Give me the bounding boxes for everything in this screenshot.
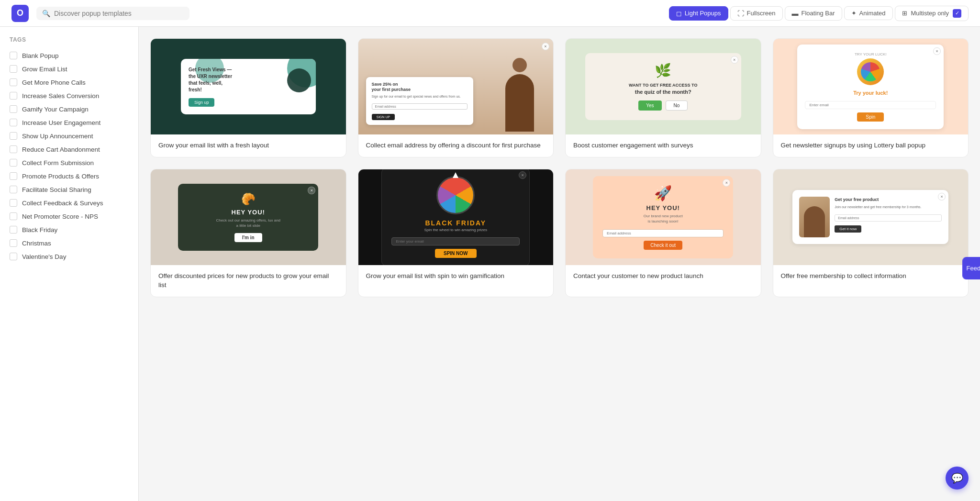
tag-label-blank-popup: Blank Popup (22, 52, 59, 59)
sidebar-tag-increase-user[interactable]: Increase User Engagement (8, 116, 131, 129)
tag-label-black-friday: Black Friday (22, 226, 57, 234)
chat-bubble[interactable]: 💬 (946, 467, 969, 490)
tag-label-promote-products: Promote Products & Offers (22, 173, 99, 180)
tag-checkbox-collect-feedback (10, 199, 17, 207)
feedback-tab[interactable]: Feedback (962, 257, 980, 279)
sidebar: Tags Blank Popup Grow Email List Get Mor… (0, 27, 139, 501)
animated-button[interactable]: ✦ Animated (844, 6, 893, 20)
tag-checkbox-valentines-day (10, 253, 17, 260)
sidebar-tag-valentines-day[interactable]: Valentine's Day (8, 250, 131, 263)
tag-label-increase-user: Increase User Engagement (22, 119, 100, 126)
card-title-card-1: Grow your email list with a fresh layout (151, 134, 346, 157)
multistep-button[interactable]: ⊞ Multistep only ✓ (895, 6, 969, 21)
card-title-card-3: Boost customer engagement with surveys (566, 134, 761, 157)
multistep-label: Multistep only (911, 10, 949, 17)
content-area: Get Fresh Views —the UXR newsletterthat … (139, 27, 980, 501)
tags-label: Tags (8, 36, 131, 43)
sidebar-tag-christmas[interactable]: Christmas (8, 236, 131, 250)
tag-label-get-more-phone: Get More Phone Calls (22, 79, 86, 86)
tag-checkbox-net-promoter (10, 212, 17, 220)
tag-checkbox-collect-form (10, 159, 17, 167)
floating-bar-label: Floating Bar (802, 10, 835, 17)
light-popups-icon: ◻ (676, 10, 682, 17)
tag-list: Blank Popup Grow Email List Get More Pho… (8, 49, 131, 263)
tag-checkbox-get-more-phone (10, 78, 17, 86)
sidebar-tag-promote-products[interactable]: Promote Products & Offers (8, 169, 131, 183)
card-title-card-4: Get newsletter signups by using Lottery … (773, 134, 969, 157)
tag-checkbox-blank-popup (10, 52, 17, 59)
view-toggles: ◻ Light Popups ⛶ Fullscreen ▬ Floating B… (669, 6, 969, 21)
template-card-card-5[interactable]: 🥐 HEY YOU! Check out our amazing offers,… (150, 169, 346, 297)
template-card-card-6[interactable]: Black Friday Spin the wheel to win amazi… (358, 169, 554, 297)
tag-label-increase-sales: Increase Sales Conversion (22, 92, 99, 100)
template-card-card-8[interactable]: Get your free product Join our newslette… (773, 169, 969, 297)
card-title-card-7: Contact your customer to new product lau… (566, 265, 761, 288)
animated-label: Animated (859, 10, 886, 17)
fullscreen-icon: ⛶ (737, 10, 744, 17)
tag-checkbox-christmas (10, 239, 17, 247)
fullscreen-button[interactable]: ⛶ Fullscreen (730, 6, 783, 21)
floating-bar-button[interactable]: ▬ Floating Bar (785, 6, 842, 21)
tag-label-collect-form: Collect Form Submission (22, 159, 94, 167)
tag-label-net-promoter: Net Promoter Score - NPS (22, 213, 98, 220)
search-bar[interactable]: 🔍 (36, 7, 189, 20)
sidebar-tag-increase-sales[interactable]: Increase Sales Conversion (8, 89, 131, 102)
sidebar-tag-blank-popup[interactable]: Blank Popup (8, 49, 131, 62)
main-layout: Tags Blank Popup Grow Email List Get Mor… (0, 27, 980, 501)
tag-label-reduce-cart: Reduce Cart Abandonment (22, 146, 100, 153)
logo: O (11, 5, 29, 22)
template-card-card-2[interactable]: Save 25% onyour first purchase Sign up f… (358, 38, 554, 157)
tag-checkbox-grow-email-list (10, 65, 17, 73)
multistep-icon: ⊞ (902, 10, 907, 17)
floating-bar-icon: ▬ (792, 10, 799, 17)
fullscreen-label: Fullscreen (747, 10, 776, 17)
logo-text: O (17, 8, 23, 18)
template-card-card-1[interactable]: Get Fresh Views —the UXR newsletterthat … (150, 38, 346, 157)
card-title-card-6: Grow your email list with spin to win ga… (358, 265, 554, 288)
multistep-check: ✓ (953, 9, 961, 18)
card-title-card-2: Collect email address by offering a disc… (358, 134, 554, 157)
sidebar-tag-reduce-cart[interactable]: Reduce Cart Abandonment (8, 143, 131, 156)
sidebar-tag-grow-email-list[interactable]: Grow Email List (8, 62, 131, 76)
card-title-card-5: Offer discounted prices for new products… (151, 265, 346, 297)
template-card-card-4[interactable]: TRY YOUR LUCK! Try your luck! Spin × Get… (773, 38, 969, 157)
sidebar-tag-collect-feedback[interactable]: Collect Feedback & Surveys (8, 196, 131, 210)
tag-checkbox-gamify-campaign (10, 105, 17, 113)
tag-checkbox-promote-products (10, 172, 17, 180)
tag-label-grow-email-list: Grow Email List (22, 66, 67, 73)
tag-label-christmas: Christmas (22, 240, 51, 247)
tag-checkbox-facilitate-social (10, 186, 17, 193)
tag-label-valentines-day: Valentine's Day (22, 253, 66, 260)
search-input[interactable] (54, 10, 184, 17)
template-card-card-7[interactable]: 🚀 HEY YOU! Our brand new productis launc… (565, 169, 761, 297)
tag-checkbox-show-up (10, 132, 17, 140)
sidebar-tag-net-promoter[interactable]: Net Promoter Score - NPS (8, 210, 131, 223)
light-popups-label: Light Popups (685, 10, 721, 17)
light-popups-button[interactable]: ◻ Light Popups (669, 6, 728, 21)
sidebar-tag-black-friday[interactable]: Black Friday (8, 223, 131, 236)
sidebar-tag-gamify-campaign[interactable]: Gamify Your Campaign (8, 102, 131, 116)
template-grid: Get Fresh Views —the UXR newsletterthat … (150, 38, 969, 297)
template-card-card-3[interactable]: 🌿 WANT TO GET FREE ACCESS TOthe quiz of … (565, 38, 761, 157)
search-icon: 🔍 (42, 10, 50, 17)
animated-icon: ✦ (851, 10, 857, 17)
card-title-card-8: Offer free membership to collect informa… (773, 265, 969, 288)
header: O 🔍 ◻ Light Popups ⛶ Fullscreen ▬ Floati… (0, 0, 980, 27)
tag-label-facilitate-social: Facilitate Social Sharing (22, 186, 91, 193)
tag-checkbox-increase-user (10, 119, 17, 126)
sidebar-tag-get-more-phone[interactable]: Get More Phone Calls (8, 76, 131, 89)
tag-label-show-up: Show Up Announcement (22, 133, 93, 140)
tag-label-gamify-campaign: Gamify Your Campaign (22, 106, 89, 113)
sidebar-tag-collect-form[interactable]: Collect Form Submission (8, 156, 131, 169)
tag-checkbox-reduce-cart (10, 145, 17, 153)
sidebar-tag-facilitate-social[interactable]: Facilitate Social Sharing (8, 183, 131, 196)
tag-label-collect-feedback: Collect Feedback & Surveys (22, 200, 103, 207)
tag-checkbox-black-friday (10, 226, 17, 234)
sidebar-tag-show-up[interactable]: Show Up Announcement (8, 129, 131, 143)
tag-checkbox-increase-sales (10, 92, 17, 100)
chat-icon: 💬 (951, 472, 963, 484)
